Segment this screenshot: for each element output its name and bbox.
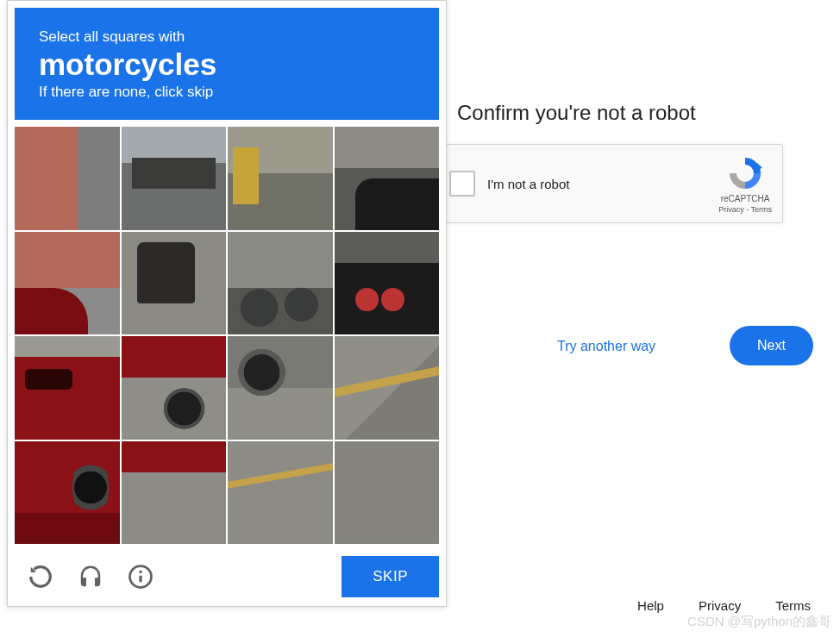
challenge-footer-icons <box>15 563 154 590</box>
challenge-image-grid <box>15 127 439 544</box>
grid-tile-0-0[interactable] <box>15 127 120 230</box>
recaptcha-label: I'm not a robot <box>487 177 718 191</box>
reload-challenge-button[interactable] <box>27 563 54 590</box>
watermark-text: CSDN @写python的鑫哥 <box>687 614 831 630</box>
grid-tile-3-0[interactable] <box>15 441 120 545</box>
challenge-header: Select all squares with motorcycles If t… <box>15 8 439 120</box>
grid-tile-3-1[interactable] <box>122 441 227 545</box>
grid-tile-2-2[interactable] <box>228 336 333 440</box>
headphones-icon <box>78 564 103 590</box>
grid-tile-3-3[interactable] <box>335 441 440 545</box>
skip-button[interactable]: SKIP <box>342 556 439 597</box>
recaptcha-widget: I'm not a robot reCAPTCHA Privacy - Term… <box>438 144 783 223</box>
grid-tile-2-1[interactable] <box>122 336 227 440</box>
recaptcha-brand-text: reCAPTCHA <box>721 194 770 203</box>
recaptcha-logo-icon <box>726 154 764 192</box>
grid-tile-1-2[interactable] <box>228 232 333 335</box>
grid-tile-0-1[interactable] <box>122 127 227 230</box>
recaptcha-terms-link[interactable]: Terms <box>751 205 773 214</box>
challenge-info-button[interactable] <box>127 563 154 590</box>
recaptcha-badge: reCAPTCHA Privacy - Terms <box>718 154 772 214</box>
grid-tile-0-2[interactable] <box>228 127 333 230</box>
recaptcha-legal-links: Privacy - Terms <box>718 205 772 214</box>
footer-privacy-link[interactable]: Privacy <box>699 598 741 613</box>
confirm-heading: Confirm you're not a robot <box>457 101 696 125</box>
audio-challenge-button[interactable] <box>77 563 104 590</box>
grid-tile-1-0[interactable] <box>15 232 120 335</box>
footer-help-link[interactable]: Help <box>637 598 664 613</box>
grid-tile-3-2[interactable] <box>228 441 333 545</box>
grid-tile-0-3[interactable] <box>335 127 440 230</box>
challenge-instruction-line3: If there are none, click skip <box>39 84 415 101</box>
grid-tile-2-0[interactable] <box>15 336 120 440</box>
grid-tile-2-3[interactable] <box>335 336 440 440</box>
next-button[interactable]: Next <box>730 326 813 365</box>
grid-tile-1-3[interactable] <box>335 232 440 335</box>
footer-terms-link[interactable]: Terms <box>775 598 811 613</box>
challenge-instruction-line1: Select all squares with <box>39 28 415 46</box>
svg-point-3 <box>139 571 142 574</box>
recaptcha-privacy-link[interactable]: Privacy <box>718 205 744 214</box>
challenge-footer: SKIP <box>15 551 439 599</box>
try-another-way-link[interactable]: Try another way <box>557 339 655 354</box>
reload-icon <box>28 564 53 590</box>
challenge-target-word: motorcycles <box>39 47 415 82</box>
page-footer-links: Help Privacy Terms <box>637 598 811 613</box>
info-icon <box>128 564 154 590</box>
recaptcha-checkbox[interactable] <box>449 171 475 197</box>
captcha-challenge-card: Select all squares with motorcycles If t… <box>7 0 447 607</box>
grid-tile-1-1[interactable] <box>122 232 227 335</box>
